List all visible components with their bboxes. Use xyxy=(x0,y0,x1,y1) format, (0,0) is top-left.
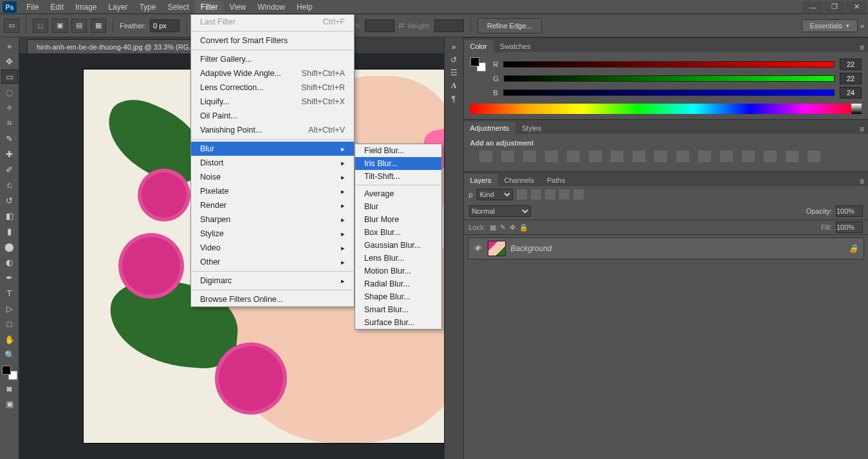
menu-item-video[interactable]: Video xyxy=(191,241,354,255)
workspace-switcher[interactable]: Essentials ▾ xyxy=(802,19,858,32)
b-slider[interactable] xyxy=(503,89,835,96)
menu-item-noise[interactable]: Noise xyxy=(191,170,354,184)
menu-item-other[interactable]: Other xyxy=(191,255,354,269)
submenu-item-surface-blur[interactable]: Surface Blur... xyxy=(355,316,441,329)
channel-mixer-icon[interactable] xyxy=(676,151,689,162)
crop-tool[interactable]: ⌗ xyxy=(1,116,18,130)
panel-menu-icon[interactable]: ≡ xyxy=(856,43,868,52)
eraser-tool[interactable]: ◧ xyxy=(1,209,18,223)
add-selection-icon[interactable]: ▣ xyxy=(52,19,68,33)
width-input[interactable] xyxy=(365,19,394,32)
menu-item-filter-gallery[interactable]: Filter Gallery... xyxy=(191,52,354,66)
quick-mask-icon[interactable]: ◙ xyxy=(1,381,18,395)
foreground-background-swatch[interactable] xyxy=(2,366,17,380)
lock-image-icon[interactable]: ✎ xyxy=(500,223,506,232)
selective-color-icon[interactable] xyxy=(808,151,820,162)
filter-kind-select[interactable]: Kind xyxy=(477,189,513,200)
g-value-input[interactable] xyxy=(840,73,862,84)
refine-edge-button[interactable]: Refine Edge... xyxy=(477,18,542,33)
clone-stamp-tool[interactable]: ⎌ xyxy=(1,178,18,192)
gradient-tool[interactable]: ▮ xyxy=(1,224,18,238)
filter-pixels-icon[interactable] xyxy=(517,189,527,200)
opacity-input[interactable] xyxy=(836,205,863,217)
gradient-map-icon[interactable] xyxy=(786,151,799,162)
r-value-input[interactable] xyxy=(840,59,862,70)
menu-type[interactable]: Type xyxy=(133,1,162,14)
invert-icon[interactable] xyxy=(720,151,733,162)
hand-tool[interactable]: ✋ xyxy=(1,332,18,346)
lock-all-icon[interactable]: 🔒 xyxy=(519,223,528,232)
menu-item-convert-for-smart-filters[interactable]: Convert for Smart Filters xyxy=(191,33,354,48)
menu-help[interactable]: Help xyxy=(291,1,319,14)
document-tab[interactable]: hinh-anh-em-be-de-thuong-40.jpg @ 33.3% … xyxy=(27,39,204,53)
tab-adjustments[interactable]: Adjustments xyxy=(464,122,516,134)
menu-item-adaptive-wide-angle[interactable]: Adaptive Wide Angle...Shift+Ctrl+A xyxy=(191,66,354,80)
menu-item-sharpen[interactable]: Sharpen xyxy=(191,212,354,227)
healing-brush-tool[interactable]: ✚ xyxy=(1,147,18,161)
menu-item-stylize[interactable]: Stylize xyxy=(191,227,354,241)
rectangle-tool[interactable]: □ xyxy=(1,317,18,331)
menu-item-blur[interactable]: Blur xyxy=(191,142,354,156)
history-panel-icon[interactable]: ↺ xyxy=(450,55,457,64)
layer-row[interactable]: 👁 Background 🔒 xyxy=(468,238,865,259)
filter-type-icon[interactable] xyxy=(545,189,555,200)
move-tool[interactable]: ✥ xyxy=(1,54,18,68)
lasso-tool[interactable]: ◌ xyxy=(1,85,18,99)
menu-filter[interactable]: Filter xyxy=(195,1,224,14)
submenu-item-shape-blur[interactable]: Shape Blur... xyxy=(355,290,441,303)
menu-item-digimarc[interactable]: Digimarc xyxy=(191,274,354,288)
dodge-tool[interactable]: ◐ xyxy=(1,255,18,269)
swap-icon[interactable]: ⇄ xyxy=(398,21,404,30)
b-value-input[interactable] xyxy=(840,87,862,98)
submenu-item-lens-blur[interactable]: Lens Blur... xyxy=(355,252,441,265)
restore-button[interactable]: ❐ xyxy=(824,1,845,13)
filter-shape-icon[interactable] xyxy=(559,189,569,200)
collapse-panel-icon[interactable]: » xyxy=(452,42,456,52)
menu-file[interactable]: File xyxy=(21,1,44,14)
feather-input[interactable] xyxy=(150,19,180,32)
g-slider[interactable] xyxy=(504,75,835,82)
tab-color[interactable]: Color xyxy=(464,40,494,52)
menu-item-liquify[interactable]: Liquify...Shift+Ctrl+X xyxy=(191,95,354,109)
type-tool[interactable]: T xyxy=(1,286,18,300)
levels-icon[interactable] xyxy=(501,151,514,162)
submenu-item-motion-blur[interactable]: Motion Blur... xyxy=(355,265,441,277)
menu-item-vanishing-point[interactable]: Vanishing Point...Alt+Ctrl+V xyxy=(191,123,354,137)
submenu-item-gaussian-blur[interactable]: Gaussian Blur... xyxy=(355,239,441,252)
menu-image[interactable]: Image xyxy=(69,1,102,14)
submenu-item-smart-blur[interactable]: Smart Blur... xyxy=(355,303,441,316)
posterize-icon[interactable] xyxy=(742,151,755,162)
photo-filter-icon[interactable] xyxy=(654,151,667,162)
submenu-item-blur-more[interactable]: Blur More xyxy=(355,213,441,226)
menu-edit[interactable]: Edit xyxy=(44,1,69,14)
submenu-item-iris-blur[interactable]: Iris Blur... xyxy=(355,157,441,170)
layer-visibility-icon[interactable]: 👁 xyxy=(474,244,483,253)
menu-window[interactable]: Window xyxy=(252,1,291,14)
pen-tool[interactable]: ✒ xyxy=(1,270,18,285)
panel-fgbg-swatch[interactable] xyxy=(470,57,486,71)
character-panel-icon[interactable]: A xyxy=(451,81,457,91)
blend-mode-select[interactable]: Normal xyxy=(469,205,531,217)
screen-mode-icon[interactable]: ▣ xyxy=(1,397,18,411)
submenu-item-average[interactable]: Average xyxy=(355,187,441,200)
color-balance-icon[interactable] xyxy=(611,151,623,162)
menu-item-distort[interactable]: Distort xyxy=(191,156,354,170)
menu-layer[interactable]: Layer xyxy=(102,1,133,14)
submenu-item-radial-blur[interactable]: Radial Blur... xyxy=(355,277,441,290)
collapse-icon[interactable]: » xyxy=(1,39,18,53)
hue-sat-icon[interactable] xyxy=(589,151,602,162)
submenu-item-blur[interactable]: Blur xyxy=(355,200,441,213)
lock-position-icon[interactable]: ✥ xyxy=(510,223,515,232)
workspace-expand-icon[interactable]: » xyxy=(860,22,864,30)
curves-icon[interactable] xyxy=(523,151,536,162)
exposure-icon[interactable] xyxy=(545,151,558,162)
eyedropper-tool[interactable]: ✎ xyxy=(1,131,18,145)
brush-tool[interactable]: ✐ xyxy=(1,162,18,176)
vibrance-icon[interactable] xyxy=(567,151,580,162)
color-lookup-icon[interactable] xyxy=(698,151,711,162)
tab-styles[interactable]: Styles xyxy=(515,122,548,134)
intersect-selection-icon[interactable]: ▦ xyxy=(91,19,106,33)
submenu-item-box-blur[interactable]: Box Blur... xyxy=(355,226,441,239)
height-input[interactable] xyxy=(434,19,464,32)
subtract-selection-icon[interactable]: ▤ xyxy=(71,19,87,33)
